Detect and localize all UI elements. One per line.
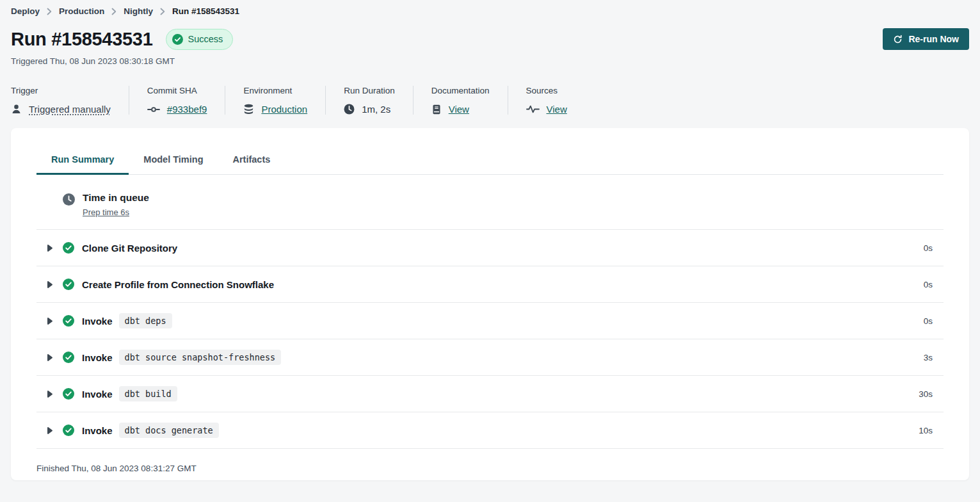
meta-trigger-label: Trigger (11, 86, 111, 95)
time-in-queue-block: Time in queue Prep time 6s (36, 175, 944, 230)
meta-commit-label: Commit SHA (147, 86, 207, 95)
caret-right-icon[interactable] (47, 353, 53, 362)
prep-time-link[interactable]: Prep time 6s (83, 207, 129, 217)
breadcrumb-production[interactable]: Production (59, 6, 104, 16)
git-commit-icon (147, 106, 160, 113)
caret-right-icon[interactable] (47, 317, 53, 325)
caret-right-icon[interactable] (47, 244, 53, 252)
documentation-view-link[interactable]: View (449, 104, 469, 115)
step-label: Invoke (82, 389, 113, 400)
user-icon (11, 104, 22, 115)
step-row-dbt-docs-generate[interactable]: Invoke dbt docs generate 10s (36, 412, 944, 449)
step-row-dbt-deps[interactable]: Invoke dbt deps 0s (36, 303, 944, 339)
meta-commit-sha: Commit SHA #933bef9 (129, 86, 225, 115)
breadcrumb-current-run: Run #158543531 (172, 6, 239, 16)
step-row-dbt-source-freshness[interactable]: Invoke dbt source snapshot-freshness 3s (36, 339, 944, 376)
run-duration-value: 1m, 2s (362, 104, 390, 115)
book-icon (431, 104, 442, 115)
queue-title: Time in queue (83, 192, 149, 204)
meta-environment: Environment Production (225, 86, 325, 115)
title-row: Run #158543531 Success Re-run Now (11, 28, 969, 50)
step-label: Invoke (82, 352, 113, 363)
page-header: Deploy Production Nightly Run #158543531… (0, 0, 980, 115)
step-duration: 0s (924, 280, 944, 289)
meta-run-duration: Run Duration 1m, 2s (325, 86, 413, 115)
rerun-now-label: Re-run Now (908, 34, 959, 44)
tab-run-summary[interactable]: Run Summary (36, 149, 129, 175)
step-command-chip: dbt source snapshot-freshness (119, 350, 282, 365)
run-summary-card: Run Summary Model Timing Artifacts Time … (11, 128, 969, 480)
chevron-right-icon (160, 8, 165, 15)
sources-view-link[interactable]: View (547, 104, 567, 115)
run-metadata-row: Trigger Triggered manually Commit SHA #9… (11, 86, 969, 115)
run-detail-page: Deploy Production Nightly Run #158543531… (0, 0, 980, 502)
environment-link[interactable]: Production (261, 104, 307, 115)
check-circle-icon (63, 352, 74, 363)
meta-sources: Sources View (508, 86, 585, 115)
clock-icon (344, 104, 355, 115)
tab-artifacts[interactable]: Artifacts (218, 149, 285, 175)
check-circle-icon (63, 279, 74, 290)
check-circle-icon (63, 242, 74, 254)
trigger-value[interactable]: Triggered manually (29, 104, 111, 115)
breadcrumb-deploy[interactable]: Deploy (11, 6, 40, 16)
check-circle-icon (172, 34, 183, 45)
database-icon (243, 104, 254, 115)
step-duration: 30s (919, 389, 944, 399)
step-command-chip: dbt deps (119, 313, 172, 328)
step-label: Invoke (82, 425, 113, 436)
commit-sha-link[interactable]: #933bef9 (167, 104, 207, 115)
meta-environment-label: Environment (243, 86, 307, 95)
finished-timestamp: Finished Thu, 08 Jun 2023 08:31:27 GMT (36, 449, 944, 473)
step-row-clone-git[interactable]: Clone Git Repository 0s (36, 230, 944, 266)
meta-duration-label: Run Duration (344, 86, 395, 95)
rerun-now-button[interactable]: Re-run Now (883, 28, 969, 50)
meta-documentation: Documentation View (413, 86, 508, 115)
caret-right-icon[interactable] (47, 426, 53, 435)
refresh-icon (893, 35, 903, 44)
step-label: Invoke (82, 316, 113, 327)
breadcrumb: Deploy Production Nightly Run #158543531 (11, 6, 969, 16)
status-badge: Success (166, 29, 234, 50)
check-circle-icon (63, 388, 74, 400)
step-row-create-profile[interactable]: Create Profile from Connection Snowflake… (36, 266, 944, 303)
status-badge-label: Success (188, 34, 223, 44)
step-row-dbt-build[interactable]: Invoke dbt build 30s (36, 376, 944, 412)
tab-model-timing[interactable]: Model Timing (129, 149, 218, 175)
step-duration: 10s (919, 426, 944, 435)
step-label: Clone Git Repository (82, 243, 177, 254)
meta-trigger: Trigger Triggered manually (11, 86, 129, 115)
step-duration: 0s (924, 243, 944, 253)
page-title: Run #158543531 (11, 29, 153, 50)
step-duration: 0s (924, 316, 944, 326)
step-label: Create Profile from Connection Snowflake (82, 279, 274, 290)
pulse-icon (526, 105, 540, 113)
breadcrumb-nightly[interactable]: Nightly (124, 6, 153, 16)
triggered-timestamp: Triggered Thu, 08 Jun 2023 08:30:18 GMT (11, 56, 969, 66)
step-command-chip: dbt docs generate (119, 423, 219, 438)
chevron-right-icon (47, 8, 52, 15)
clock-icon (63, 193, 75, 206)
meta-sources-label: Sources (526, 86, 567, 95)
step-duration: 3s (924, 353, 944, 362)
check-circle-icon (63, 425, 74, 436)
caret-right-icon[interactable] (47, 390, 53, 398)
chevron-right-icon (111, 8, 116, 15)
tab-bar: Run Summary Model Timing Artifacts (36, 149, 944, 175)
step-command-chip: dbt build (119, 386, 177, 401)
meta-documentation-label: Documentation (431, 86, 490, 95)
caret-right-icon[interactable] (47, 280, 53, 289)
check-circle-icon (63, 315, 74, 327)
